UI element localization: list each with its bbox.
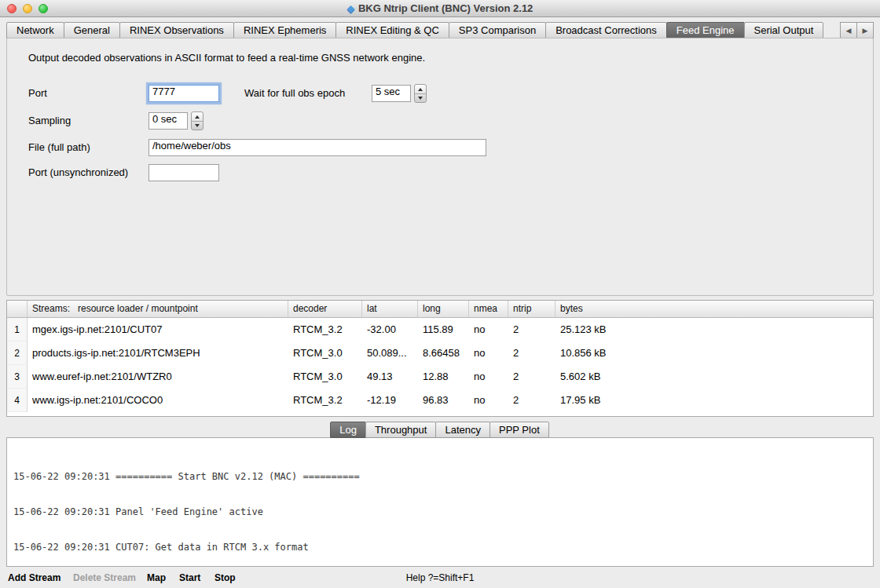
bottom-toolbar: Add Stream Delete Stream Map Start Stop …: [0, 567, 880, 588]
header-bytes[interactable]: bytes: [556, 301, 873, 317]
row-number: 3: [7, 365, 28, 389]
sampling-label: Sampling: [28, 115, 71, 126]
arrow-down-icon: [418, 97, 423, 100]
bottom-tab-bar: Log Throughput Latency PPP Plot: [0, 422, 880, 438]
sampling-step-up[interactable]: [192, 112, 203, 121]
cell-decoder: RTCM_3.2: [288, 389, 362, 412]
header-long[interactable]: long: [418, 301, 469, 317]
table-row[interactable]: 4 www.igs-ip.net:2101/COCO0 RTCM_3.2 -12…: [7, 389, 873, 412]
cell-decoder: RTCM_3.0: [288, 341, 362, 365]
header-lat[interactable]: lat: [362, 301, 418, 317]
cell-mountpoint: www.euref-ip.net:2101/WTZR0: [28, 365, 288, 389]
bnc-window: ◆BKG Ntrip Client (BNC) Version 2.12 Net…: [0, 0, 880, 588]
port-label: Port: [28, 87, 47, 99]
feed-engine-pane: Output decoded observations in ASCII for…: [6, 38, 874, 296]
cell-ntrip: 2: [508, 389, 556, 412]
header-mountpoint[interactable]: Streams: resource loader / mountpoint: [28, 301, 288, 317]
titlebar[interactable]: ◆BKG Ntrip Client (BNC) Version 2.12: [0, 0, 880, 17]
tab-bar: Network General RINEX Observations RINEX…: [6, 22, 874, 38]
wait-epoch-stepper: [414, 84, 427, 103]
streams-table: Streams: resource loader / mountpoint de…: [6, 300, 874, 417]
cell-lat: -32.00: [362, 318, 418, 341]
cell-ntrip: 2: [508, 341, 556, 365]
window-title: ◆BKG Ntrip Client (BNC) Version 2.12: [0, 0, 880, 17]
window-title-text: BKG Ntrip Client (BNC) Version 2.12: [358, 2, 533, 14]
cell-long: 115.89: [418, 318, 469, 341]
cell-bytes: 25.123 kB: [556, 318, 873, 341]
row-number: 2: [7, 341, 28, 365]
row-number: 1: [7, 318, 28, 341]
cell-ntrip: 2: [508, 318, 556, 341]
cell-long: 8.66458: [418, 341, 469, 365]
file-path-label: File (full path): [28, 141, 90, 153]
tab-sp3-comparison[interactable]: SP3 Comparison: [449, 22, 546, 38]
row-number: 4: [7, 389, 28, 412]
cell-nmea: no: [469, 341, 508, 365]
tab-rinex-ephemeris[interactable]: RINEX Ephemeris: [233, 22, 336, 38]
cell-lat: -12.19: [362, 389, 418, 412]
cell-mountpoint: mgex.igs-ip.net:2101/CUT07: [28, 318, 288, 341]
cell-mountpoint: www.igs-ip.net:2101/COCO0: [28, 389, 288, 412]
header-nmea[interactable]: nmea: [469, 301, 508, 317]
cell-bytes: 17.95 kB: [556, 389, 873, 412]
app-icon: ◆: [347, 3, 354, 14]
arrow-up-icon: [418, 88, 423, 91]
tab-latency[interactable]: Latency: [435, 422, 490, 438]
log-line: 15-06-22 09:20:31 CUT07: Get data in RTC…: [13, 542, 867, 553]
tab-throughput[interactable]: Throughput: [365, 422, 437, 438]
table-row[interactable]: 2 products.igs-ip.net:2101/RTCM3EPH RTCM…: [7, 341, 873, 365]
cell-lat: 49.13: [362, 365, 418, 389]
cell-nmea: no: [469, 389, 508, 412]
cell-lat: 50.089...: [362, 341, 418, 365]
port-unsync-input[interactable]: [148, 164, 219, 181]
tab-serial-output[interactable]: Serial Output: [744, 22, 824, 38]
wait-epoch-input[interactable]: 5 sec: [372, 85, 411, 102]
cell-ntrip: 2: [508, 365, 556, 389]
streams-table-header: Streams: resource loader / mountpoint de…: [7, 301, 873, 318]
arrow-down-icon: [195, 124, 200, 127]
port-input[interactable]: 7777: [148, 85, 219, 102]
cell-nmea: no: [469, 365, 508, 389]
header-decoder[interactable]: decoder: [288, 301, 362, 317]
header-corner: [7, 301, 28, 317]
arrow-up-icon: [195, 115, 200, 119]
log-line: 15-06-22 09:20:31 ========== Start BNC v…: [13, 471, 867, 483]
tab-scroll-controls: ◀ ▶: [841, 22, 874, 38]
wait-epoch-step-up[interactable]: [415, 85, 426, 93]
cell-nmea: no: [469, 318, 508, 341]
tab-ppp-plot[interactable]: PPP Plot: [490, 422, 549, 438]
log-line: 15-06-22 09:20:31 Panel 'Feed Engine' ac…: [13, 506, 867, 518]
tab-network[interactable]: Network: [6, 22, 64, 38]
cell-mountpoint: products.igs-ip.net:2101/RTCM3EPH: [28, 341, 288, 365]
tab-rinex-observations[interactable]: RINEX Observations: [119, 22, 234, 38]
header-ntrip[interactable]: ntrip: [508, 301, 556, 317]
cell-decoder: RTCM_3.2: [288, 318, 362, 341]
cell-bytes: 5.602 kB: [556, 365, 873, 389]
file-path-input[interactable]: /home/weber/obs: [148, 139, 486, 156]
help-hint: Help ?=Shift+F1: [0, 572, 880, 583]
port-unsync-label: Port (unsynchronized): [28, 166, 128, 178]
cell-decoder: RTCM_3.0: [288, 365, 362, 389]
sampling-input[interactable]: 0 sec: [148, 112, 188, 130]
wait-epoch-label: Wait for full obs epoch: [244, 87, 345, 99]
cell-long: 12.88: [418, 365, 469, 389]
table-row[interactable]: 3 www.euref-ip.net:2101/WTZR0 RTCM_3.0 4…: [7, 365, 873, 389]
wait-epoch-step-down[interactable]: [415, 93, 426, 102]
log-output[interactable]: 15-06-22 09:20:31 ========== Start BNC v…: [6, 437, 874, 567]
tab-broadcast-corrections[interactable]: Broadcast Corrections: [545, 22, 667, 38]
sampling-step-down[interactable]: [192, 121, 203, 130]
tab-rinex-editing-qc[interactable]: RINEX Editing & QC: [336, 22, 449, 38]
tab-general[interactable]: General: [64, 22, 120, 38]
sampling-stepper: [191, 111, 204, 130]
cell-long: 96.83: [418, 389, 469, 412]
tab-scroll-left-icon[interactable]: ◀: [840, 22, 857, 38]
table-row[interactable]: 1 mgex.igs-ip.net:2101/CUT07 RTCM_3.2 -3…: [7, 318, 873, 341]
tab-log[interactable]: Log: [330, 422, 366, 438]
pane-description: Output decoded observations in ASCII for…: [28, 52, 425, 64]
tab-feed-engine[interactable]: Feed Engine: [666, 22, 745, 38]
cell-bytes: 10.856 kB: [556, 341, 873, 365]
tab-scroll-right-icon[interactable]: ▶: [856, 22, 874, 38]
